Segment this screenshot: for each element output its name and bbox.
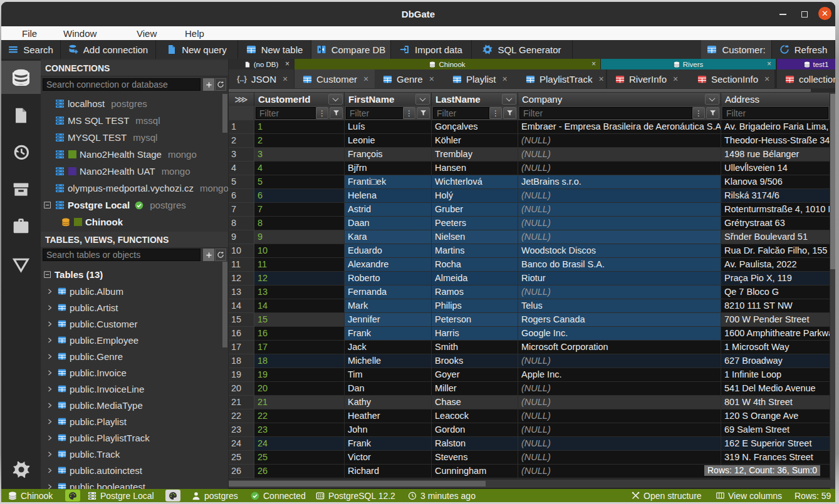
rail-files-button[interactable] xyxy=(1,99,41,132)
cell-address[interactable]: Qe 7 Bloco G xyxy=(721,285,830,299)
cell-company[interactable]: (NULL) xyxy=(518,437,721,451)
connections-refresh-button[interactable] xyxy=(215,78,226,91)
tables-scrollbar[interactable] xyxy=(222,262,227,488)
cell-first[interactable]: Frank xyxy=(345,437,432,451)
cell-first[interactable]: Frank xyxy=(345,327,432,341)
column-header-lastname[interactable]: LastName xyxy=(432,93,518,106)
cell-last[interactable]: Stevens xyxy=(432,451,518,465)
cell-id[interactable]: 4 xyxy=(254,162,345,175)
chevron-right-icon[interactable] xyxy=(46,402,53,409)
cell-last[interactable]: Almeida xyxy=(432,272,518,285)
cell-last[interactable]: Chase xyxy=(432,396,518,409)
filter-menu-button[interactable]: ⋮ xyxy=(692,107,705,119)
rail-connections-button[interactable] xyxy=(1,61,41,94)
chevron-right-icon[interactable] xyxy=(46,483,53,490)
filter-input[interactable] xyxy=(346,107,403,119)
toolbar-new-table-button[interactable]: New table xyxy=(238,40,311,59)
rail-settings-button[interactable] xyxy=(1,453,41,486)
grid-vscrollbar-thumb[interactable] xyxy=(830,94,835,269)
tab-playlisttrack[interactable]: PlaylistTrack× xyxy=(518,69,606,88)
column-header-company[interactable]: Company xyxy=(518,93,721,106)
cell-id[interactable]: 9 xyxy=(254,230,345,244)
column-dropdown-button[interactable] xyxy=(415,94,430,105)
cell-id[interactable]: 5 xyxy=(254,175,345,189)
cell-company[interactable]: (NULL) xyxy=(518,382,721,396)
connections-add-button[interactable] xyxy=(203,78,214,91)
cell-last[interactable]: Köhler xyxy=(432,134,518,148)
cell-id[interactable]: 26 xyxy=(254,465,345,478)
column-dropdown-button[interactable] xyxy=(502,94,516,105)
cell-first[interactable]: Franti□ek xyxy=(345,175,432,189)
row-number[interactable]: 8 xyxy=(229,217,254,230)
cell-company[interactable]: Telus xyxy=(518,299,721,313)
cell-id[interactable]: 1 xyxy=(254,120,345,134)
cell-address[interactable]: 1 Microsoft Way xyxy=(721,341,830,354)
cell-company[interactable]: (NULL) xyxy=(518,148,721,162)
chevron-right-icon[interactable] xyxy=(46,337,53,344)
cell-address[interactable]: Grétrystraat 63 xyxy=(721,217,830,230)
chevron-right-icon[interactable] xyxy=(46,304,53,311)
database-item[interactable]: Chinook xyxy=(41,213,228,230)
toolbar-import-data-button[interactable]: Import data xyxy=(391,40,472,59)
chevron-right-icon[interactable] xyxy=(46,418,53,425)
table-item[interactable]: public.autoinctest xyxy=(41,462,228,478)
tab-riverinfo[interactable]: RiverInfo× xyxy=(607,69,689,88)
cell-first[interactable]: Victor xyxy=(345,451,432,465)
tab-json[interactable]: {..}JSON× xyxy=(229,69,294,88)
row-number[interactable]: 22 xyxy=(229,409,254,423)
toolbar-new-query-button[interactable]: New query xyxy=(156,40,238,59)
cell-last[interactable]: Peeters xyxy=(432,217,518,230)
connections-scrollbar-thumb[interactable] xyxy=(222,94,227,133)
cell-id[interactable]: 25 xyxy=(254,451,345,465)
cell-id[interactable]: 8 xyxy=(254,217,345,230)
cell-last[interactable]: Leacock xyxy=(432,409,518,423)
cell-address[interactable]: Rotenturmstraße 4, 1010 Innere Stadt xyxy=(721,203,830,217)
cell-company[interactable]: (NULL) xyxy=(518,134,721,148)
tab-genre[interactable]: Genre× xyxy=(375,69,444,88)
filter-input[interactable] xyxy=(519,107,692,119)
filter-input[interactable] xyxy=(256,107,316,119)
tab-playlist[interactable]: Playlist× xyxy=(444,69,518,88)
tab-close-icon[interactable]: × xyxy=(673,74,678,84)
cell-id[interactable]: 12 xyxy=(254,272,345,285)
table-item[interactable]: public.Genre xyxy=(41,348,228,364)
tab-customer[interactable]: Customer× xyxy=(294,69,375,88)
cell-last[interactable]: Brooks xyxy=(432,354,518,368)
column-header-firstname[interactable]: FirstName xyxy=(345,93,432,106)
filter-menu-button[interactable]: ⋮ xyxy=(316,107,328,119)
tables-group-row[interactable]: Tables (13) xyxy=(41,266,228,283)
toolbar-sql-generator-button[interactable]: SQL Generator xyxy=(472,40,573,59)
tab-group-close-icon[interactable]: × xyxy=(591,59,596,68)
grid-corner-button[interactable]: ⋙ xyxy=(229,93,254,106)
chevron-right-icon[interactable] xyxy=(46,369,53,376)
cell-first[interactable]: Jack xyxy=(345,341,432,354)
maximize-button[interactable] xyxy=(797,7,811,21)
row-number[interactable]: 6 xyxy=(229,189,254,203)
cell-id[interactable]: 6 xyxy=(254,189,345,203)
cell-id[interactable]: 11 xyxy=(254,258,345,272)
cell-address[interactable]: 700 W Pender Street xyxy=(721,313,830,327)
cell-address[interactable]: 120 S Orange Ave xyxy=(721,409,830,423)
cell-company[interactable]: (NULL) xyxy=(518,451,721,465)
cell-id[interactable]: 18 xyxy=(254,354,345,368)
cell-first[interactable]: Luís xyxy=(345,120,432,134)
row-number[interactable]: 7 xyxy=(229,203,254,217)
cell-last[interactable]: Gruber xyxy=(432,203,518,217)
cell-address[interactable]: Av. Paulista, 2022 xyxy=(721,258,830,272)
table-item[interactable]: public.PlaylistTrack xyxy=(41,429,228,446)
row-number[interactable]: 14 xyxy=(229,299,254,313)
row-number[interactable]: 15 xyxy=(229,313,254,327)
cell-id[interactable]: 3 xyxy=(254,148,345,162)
tab-close-icon[interactable]: × xyxy=(429,74,434,84)
chevron-right-icon[interactable] xyxy=(46,451,53,458)
minimize-button[interactable] xyxy=(776,7,790,21)
toolbar-refresh-button[interactable]: Refresh xyxy=(772,40,835,59)
cell-id[interactable]: 20 xyxy=(254,382,345,396)
row-number[interactable]: 26 xyxy=(229,465,254,478)
tab-group-close-icon[interactable]: × xyxy=(767,59,771,68)
cell-id[interactable]: 19 xyxy=(254,368,345,382)
connection-item[interactable]: Nano2Health Stagemongo xyxy=(41,146,228,163)
cell-id[interactable]: 15 xyxy=(254,313,345,327)
chevron-right-icon[interactable] xyxy=(46,435,53,441)
table-item[interactable]: public.Invoice xyxy=(41,364,228,381)
